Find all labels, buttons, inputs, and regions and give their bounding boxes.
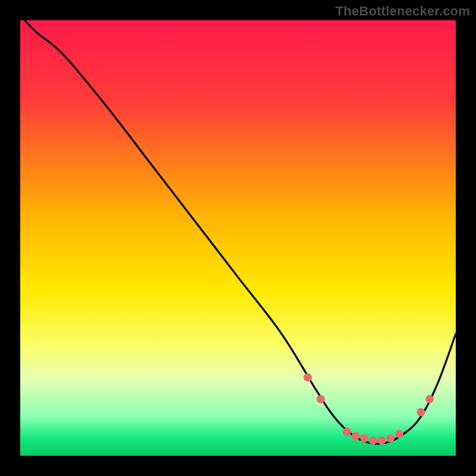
- marker-dot: [303, 373, 312, 381]
- marker-dot: [395, 430, 403, 438]
- attribution-label: TheBottlenecker.com: [336, 4, 470, 19]
- marker-dot: [352, 432, 360, 440]
- marker-dot: [386, 434, 394, 443]
- marker-dot: [343, 428, 351, 436]
- marker-dot: [416, 408, 425, 416]
- marker-dot: [378, 436, 386, 444]
- gradient-background: [20, 20, 456, 456]
- chart-container: TheBottlenecker.com: [0, 0, 476, 476]
- marker-dot: [317, 395, 325, 403]
- marker-dot: [425, 395, 434, 403]
- plot-svg: [20, 20, 456, 456]
- marker-dot: [360, 434, 368, 443]
- marker-dot: [369, 436, 377, 444]
- plot-frame: [20, 20, 456, 456]
